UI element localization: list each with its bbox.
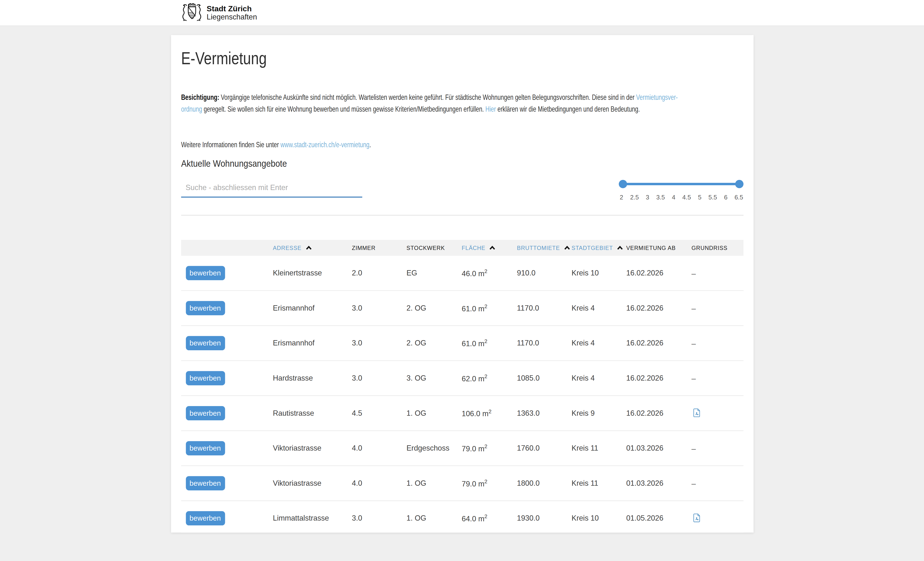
grundriss-cell: – xyxy=(692,304,743,312)
bruttomiete-cell: 1930.0 xyxy=(517,514,572,522)
stadtgebiet-cell: Kreis 11 xyxy=(572,444,626,453)
page-title: E-Vermietung xyxy=(181,50,642,67)
column-header[interactable]: BRUTTOMIETE xyxy=(517,244,572,251)
stadtgebiet-cell: Kreis 4 xyxy=(572,339,626,347)
search-input[interactable] xyxy=(181,179,362,198)
bewerben-button[interactable]: bewerben xyxy=(186,476,225,490)
apply-cell: bewerben xyxy=(181,476,273,490)
adresse-cell: Erismannhof xyxy=(273,304,352,312)
vermietungsverordnung-link-continued[interactable]: ordnung xyxy=(181,105,202,114)
flaeche-cell: 79.0 m2 xyxy=(462,478,517,488)
adresse-cell: Viktoriastrasse xyxy=(273,479,352,488)
bruttomiete-cell: 910.0 xyxy=(517,269,572,278)
table-row: bewerben Erismannhof 3.0 2. OG 61.0 m2 1… xyxy=(181,291,743,326)
column-header[interactable]: FLÄCHE xyxy=(462,244,517,251)
bruttomiete-cell: 1800.0 xyxy=(517,479,572,488)
bruttomiete-cell: 1760.0 xyxy=(517,444,572,453)
slider-handle-min[interactable] xyxy=(618,180,627,188)
bewerben-button[interactable]: bewerben xyxy=(186,301,225,315)
no-floorplan-dash: – xyxy=(692,479,696,488)
controls-row: 2 2.5 3 3.5 4 4.5 5 5.5 xyxy=(181,176,743,205)
column-header-label: ZIMMER xyxy=(352,244,375,251)
stockwerk-cell: 3. OG xyxy=(406,374,462,382)
stockwerk-cell: 1. OG xyxy=(406,514,462,522)
bewerben-button[interactable]: bewerben xyxy=(186,441,225,455)
stockwerk-cell: 1. OG xyxy=(406,409,462,417)
grundriss-cell: – xyxy=(692,374,743,383)
content-card: E-Vermietung Besichtigung: Vorgängige te… xyxy=(171,35,753,532)
table-row: bewerben Viktoriastrasse 4.0 Erdgeschoss… xyxy=(181,431,743,466)
column-header-label: GRUNDRISS xyxy=(692,244,728,251)
bruttomiete-cell: 1085.0 xyxy=(517,374,572,382)
column-header[interactable]: STADTGEBIET xyxy=(572,244,626,251)
stockwerk-cell: 1. OG xyxy=(406,479,462,488)
stadtgebiet-cell: Kreis 4 xyxy=(572,304,626,312)
grundriss-cell: – xyxy=(692,269,743,278)
logo-text: Stadt Zürich Liegenschaften xyxy=(207,4,257,21)
grundriss-cell: pdf xyxy=(692,513,743,524)
slider-handle-max[interactable] xyxy=(735,180,743,188)
listings-heading: Aktuelle Wohnungsangebote xyxy=(181,158,687,170)
listings-table: ADRESSE ZIMMER STOCKWERK xyxy=(181,240,743,532)
vermietung-ab-cell: 16.02.2026 xyxy=(626,304,692,312)
stockwerk-cell: 2. OG xyxy=(406,339,462,347)
vermietungsverordnung-link[interactable]: Vermietungsver- xyxy=(636,93,677,102)
hier-link[interactable]: Hier xyxy=(485,105,496,114)
pdf-floorplan-icon[interactable] xyxy=(692,513,701,522)
stockwerk-cell: EG xyxy=(406,269,462,278)
slider-tick-label: 3 xyxy=(645,194,651,201)
grundriss-cell: – xyxy=(692,339,743,348)
stadtgebiet-cell: Kreis 10 xyxy=(572,514,626,522)
no-floorplan-dash: – xyxy=(692,444,696,453)
slider-track[interactable] xyxy=(623,183,739,185)
vermietung-ab-cell: 16.02.2026 xyxy=(626,339,692,347)
intro-text-2: geregelt. Sie wollen sich für eine Wohnu… xyxy=(203,105,483,114)
logo-title: Stadt Zürich xyxy=(207,4,257,13)
column-header[interactable]: ADRESSE xyxy=(273,244,352,251)
table-body: bewerben Kleinertstrasse 2.0 EG 46.0 m2 … xyxy=(181,256,743,532)
zuerich-crest-icon xyxy=(182,3,202,23)
adresse-cell: Hardstrasse xyxy=(273,374,352,382)
table-row: bewerben Limmattalstrasse 3.0 1. OG 64.0… xyxy=(181,501,743,532)
bewerben-button[interactable]: bewerben xyxy=(186,266,225,280)
bewerben-button[interactable]: bewerben xyxy=(186,511,225,525)
more-info-text: Weitere Informationen finden Sie unter xyxy=(181,141,278,149)
table-row: bewerben Rautistrasse 4.5 1. OG 106.0 m2… xyxy=(181,396,743,431)
column-header[interactable]: VERMIETUNG AB xyxy=(626,244,692,251)
adresse-cell: Limmattalstrasse xyxy=(273,514,352,522)
stadtgebiet-cell: Kreis 4 xyxy=(572,374,626,382)
slider-labels: 2 2.5 3 3.5 4 4.5 5 5.5 xyxy=(618,194,743,201)
zimmer-cell: 4.5 xyxy=(352,409,406,417)
slider-tick-label: 5 xyxy=(697,194,703,201)
stadt-zuerich-logo[interactable]: Stadt Zürich Liegenschaften xyxy=(182,3,257,23)
bruttomiete-cell: 1170.0 xyxy=(517,304,572,312)
zimmer-cell: 3.0 xyxy=(352,374,406,382)
flaeche-cell: 106.0 m2 xyxy=(462,408,517,418)
intro-text-3: erklären wir die Mietbedingungen und der… xyxy=(497,105,640,114)
no-floorplan-dash: – xyxy=(692,374,696,383)
stadtgebiet-cell: Kreis 10 xyxy=(572,269,626,278)
more-info-paragraph: Weitere Informationen finden Sie unter w… xyxy=(181,139,743,151)
flaeche-cell: 62.0 m2 xyxy=(462,374,517,383)
apply-cell: bewerben xyxy=(181,441,273,455)
table-row: bewerben Kleinertstrasse 2.0 EG 46.0 m2 … xyxy=(181,256,743,291)
no-floorplan-dash: – xyxy=(692,304,696,312)
bruttomiete-cell: 1170.0 xyxy=(517,339,572,347)
more-info-period: . xyxy=(369,141,371,149)
column-header[interactable]: ZIMMER xyxy=(352,244,406,251)
pdf-floorplan-icon[interactable] xyxy=(692,408,701,417)
bruttomiete-cell: 1363.0 xyxy=(517,409,572,417)
grundriss-cell: pdf xyxy=(692,408,743,419)
zimmer-cell: 3.0 xyxy=(352,514,406,522)
rooms-range-slider: 2 2.5 3 3.5 4 4.5 5 5.5 xyxy=(618,180,743,201)
column-header[interactable]: GRUNDRISS xyxy=(692,244,743,251)
column-header[interactable]: STOCKWERK xyxy=(406,244,462,251)
stadtgebiet-cell: Kreis 9 xyxy=(572,409,626,417)
bewerben-button[interactable]: bewerben xyxy=(186,371,225,385)
slider-tick-label: 2.5 xyxy=(630,194,639,201)
e-vermietung-url-link[interactable]: www.stadt-zuerich.ch/e-vermietung xyxy=(280,141,369,149)
table-row: bewerben Hardstrasse 3.0 3. OG 62.0 m2 1… xyxy=(181,361,743,396)
bewerben-button[interactable]: bewerben xyxy=(186,406,225,420)
bewerben-button[interactable]: bewerben xyxy=(186,336,225,350)
column-header-label: ADRESSE xyxy=(273,244,302,251)
